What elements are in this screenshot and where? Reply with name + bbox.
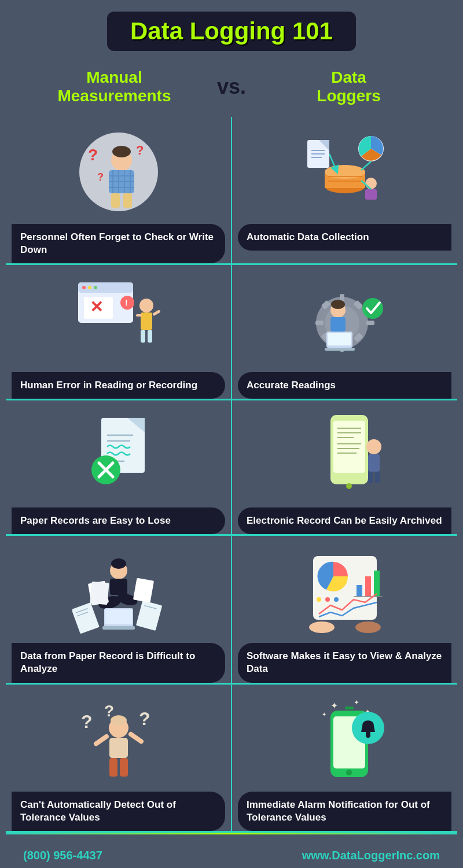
row3-right-cell: Electronic Record Can be Easily Archived bbox=[231, 400, 457, 534]
alarm-notification-icon: ✦ ✦ ✦ ✦ bbox=[299, 696, 391, 783]
footer-phone: (800) 956-4437 bbox=[23, 849, 102, 862]
row4-left-banner: Data from Paper Record is Difficult to A… bbox=[12, 643, 225, 682]
svg-rect-47 bbox=[152, 310, 161, 316]
row3-left-image bbox=[69, 409, 168, 502]
svg-point-82 bbox=[366, 439, 381, 454]
svg-point-112 bbox=[355, 621, 381, 633]
svg-rect-101 bbox=[133, 578, 153, 603]
row-3: Paper Records are Easy to Lose bbox=[6, 400, 457, 536]
svg-rect-15 bbox=[111, 193, 120, 208]
svg-text:?: ? bbox=[136, 143, 144, 157]
row4-left-image bbox=[69, 545, 168, 637]
svg-rect-84 bbox=[368, 472, 373, 483]
svg-rect-104 bbox=[357, 585, 362, 597]
svg-rect-29 bbox=[365, 189, 377, 200]
svg-text:?: ? bbox=[97, 171, 104, 183]
svg-rect-46 bbox=[148, 330, 152, 343]
row5-right-label: Immediate Alarm Notification for Out of … bbox=[247, 799, 430, 823]
row2-right-image bbox=[296, 274, 394, 366]
row2-right-cell: Accurate Readings bbox=[231, 265, 457, 399]
vs-header: ManualMeasurements vs. DataLoggers bbox=[6, 62, 457, 111]
electronic-archive-icon bbox=[299, 412, 391, 499]
row5-left-cell: ? ? ? Can't Autom bbox=[6, 685, 231, 831]
svg-point-111 bbox=[309, 621, 335, 633]
svg-rect-52 bbox=[315, 321, 324, 325]
svg-text:✦: ✦ bbox=[354, 698, 359, 707]
row-4: Data from Paper Record is Difficult to A… bbox=[6, 536, 457, 684]
row4-right-cell: Software Makes it Easy to View & Analyze… bbox=[231, 536, 457, 682]
row1-left-image: ? ? ? bbox=[69, 126, 168, 218]
svg-text:?: ? bbox=[139, 708, 150, 729]
svg-rect-118 bbox=[109, 738, 128, 758]
svg-point-36 bbox=[88, 286, 91, 289]
svg-text:✕: ✕ bbox=[90, 298, 103, 316]
right-column-label: DataLoggers bbox=[258, 68, 440, 105]
svg-rect-97 bbox=[105, 609, 132, 624]
title-section: Data Logging 101 bbox=[6, 12, 457, 51]
svg-rect-45 bbox=[141, 330, 145, 343]
svg-rect-121 bbox=[93, 733, 109, 747]
svg-point-42 bbox=[139, 299, 153, 312]
row5-left-banner: Can't Automatically Detect Out of Tolera… bbox=[12, 792, 225, 831]
svg-text:!: ! bbox=[125, 298, 128, 307]
svg-rect-98 bbox=[102, 626, 135, 630]
svg-rect-88 bbox=[110, 579, 127, 595]
svg-point-110 bbox=[334, 597, 339, 602]
row2-left-label: Human Error in Reading or Recording bbox=[20, 380, 197, 391]
svg-point-87 bbox=[111, 558, 126, 569]
row3-left-cell: Paper Records are Easy to Lose bbox=[6, 400, 231, 534]
confused-person-icon: ? ? ? bbox=[75, 128, 162, 215]
row3-left-banner: Paper Records are Easy to Lose bbox=[12, 507, 225, 534]
row1-left-cell: ? ? ? bbox=[6, 117, 231, 263]
svg-point-59 bbox=[331, 300, 345, 309]
data-collection-icon bbox=[299, 128, 391, 215]
svg-rect-129 bbox=[345, 707, 354, 709]
row2-right-label: Accurate Readings bbox=[247, 380, 336, 391]
svg-rect-122 bbox=[127, 731, 144, 745]
svg-point-28 bbox=[365, 178, 377, 189]
svg-point-64 bbox=[362, 298, 383, 319]
svg-text:✦: ✦ bbox=[322, 711, 326, 718]
svg-text:?: ? bbox=[88, 146, 98, 164]
row1-left-label: Personnel Often Forget to Check or Write… bbox=[20, 231, 214, 255]
row3-right-image bbox=[296, 409, 394, 502]
svg-rect-94 bbox=[135, 601, 161, 631]
row-1: ? ? ? bbox=[6, 117, 457, 265]
svg-rect-100 bbox=[90, 582, 109, 605]
svg-rect-85 bbox=[375, 472, 380, 483]
left-column-label: ManualMeasurements bbox=[23, 68, 205, 105]
row4-right-image bbox=[296, 545, 394, 637]
row1-right-cell: Automatic Data Collection bbox=[231, 117, 457, 263]
svg-line-31 bbox=[361, 161, 371, 170]
svg-point-117 bbox=[111, 715, 127, 726]
svg-rect-120 bbox=[120, 758, 128, 777]
svg-rect-119 bbox=[109, 758, 117, 777]
row-5: ? ? ? Can't Autom bbox=[6, 685, 457, 833]
footer-divider bbox=[6, 833, 457, 834]
svg-rect-62 bbox=[328, 333, 351, 345]
footer-section: (800) 956-4437 www.DataLoggerInc.com bbox=[6, 840, 457, 868]
svg-rect-83 bbox=[368, 454, 380, 472]
row2-left-banner: Human Error in Reading or Recording bbox=[12, 372, 225, 399]
row5-right-image: ✦ ✦ ✦ ✦ bbox=[296, 693, 394, 786]
row5-left-image: ? ? ? bbox=[69, 693, 168, 786]
svg-rect-43 bbox=[141, 312, 152, 330]
cant-detect-icon: ? ? ? bbox=[72, 696, 165, 783]
svg-rect-44 bbox=[136, 314, 142, 317]
human-error-icon: ✕ ! bbox=[72, 277, 165, 363]
row3-right-label: Electronic Record Can be Easily Archived bbox=[247, 515, 442, 526]
svg-rect-63 bbox=[325, 348, 355, 351]
row4-left-cell: Data from Paper Record is Difficult to A… bbox=[6, 536, 231, 682]
svg-rect-34 bbox=[78, 282, 133, 293]
row2-left-image: ✕ ! bbox=[69, 274, 168, 366]
svg-point-130 bbox=[346, 770, 352, 775]
row1-right-label: Automatic Data Collection bbox=[247, 231, 369, 242]
page-title: Data Logging 101 bbox=[130, 17, 333, 45]
footer-website: www.DataLoggerInc.com bbox=[302, 849, 440, 862]
svg-point-35 bbox=[82, 286, 86, 289]
title-box: Data Logging 101 bbox=[107, 12, 356, 51]
svg-rect-105 bbox=[365, 576, 371, 597]
svg-rect-14 bbox=[117, 162, 119, 170]
row5-right-banner: Immediate Alarm Notification for Out of … bbox=[238, 792, 451, 831]
row5-left-label: Can't Automatically Detect Out of Tolera… bbox=[20, 799, 176, 823]
